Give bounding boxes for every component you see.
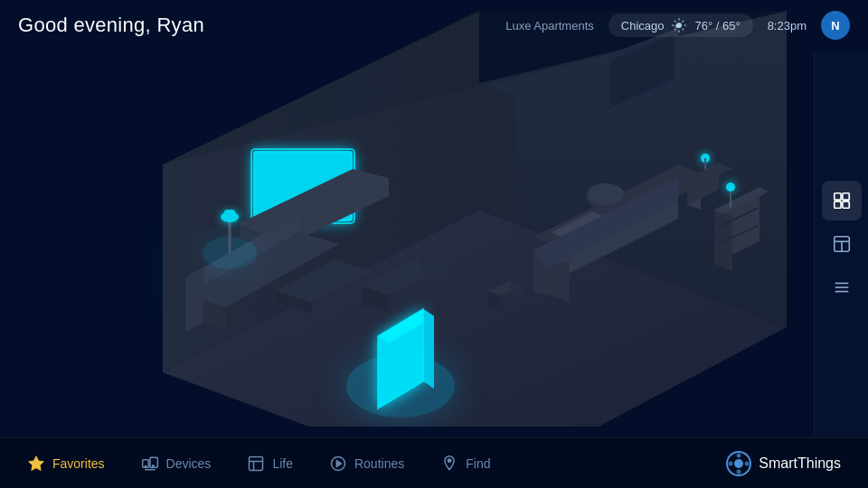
favorites-icon [27, 455, 45, 473]
nav-item-favorites[interactable]: Favorites [27, 455, 105, 473]
svg-point-82 [737, 469, 741, 474]
header-right: Luxe Apartments Chicago 76° / 65° 8:23pm… [505, 11, 850, 40]
temperature: 76° / 65° [694, 19, 740, 33]
svg-rect-57 [842, 193, 848, 200]
location-name: Luxe Apartments [505, 19, 594, 33]
nav-item-find[interactable]: Find [440, 455, 490, 473]
room-container [0, 0, 868, 437]
life-label: Life [272, 456, 293, 471]
nav-items: Favorites Devices Life [27, 455, 490, 473]
svg-point-80 [737, 453, 741, 457]
greeting: Good evening, Ryan [18, 14, 204, 37]
devices-label: Devices [166, 456, 212, 471]
svg-rect-58 [834, 202, 840, 208]
user-avatar[interactable]: N [821, 11, 850, 40]
svg-point-83 [729, 461, 733, 465]
brand-name: SmartThings [759, 455, 841, 472]
svg-point-81 [745, 461, 750, 465]
svg-marker-16 [185, 268, 203, 332]
weather-widget: Chicago 76° / 65° [609, 14, 753, 37]
svg-point-71 [152, 465, 154, 466]
nav-item-routines[interactable]: Routines [329, 455, 404, 473]
favorites-label: Favorites [52, 456, 105, 471]
view-layout-button[interactable] [822, 224, 862, 264]
svg-point-77 [448, 459, 451, 462]
svg-point-70 [145, 465, 146, 467]
routines-label: Routines [354, 456, 404, 471]
routines-icon [329, 455, 347, 473]
devices-icon [141, 455, 159, 473]
svg-point-79 [734, 459, 743, 468]
menu-button[interactable] [822, 267, 862, 307]
svg-marker-6 [479, 83, 515, 219]
city-name: Chicago [621, 19, 665, 33]
find-label: Find [466, 456, 490, 471]
svg-marker-66 [29, 455, 44, 470]
bottom-nav: Favorites Devices Life [0, 437, 868, 488]
svg-marker-46 [423, 309, 434, 389]
header: Good evening, Ryan Luxe Apartments Chica… [0, 0, 868, 51]
view-3d-button[interactable] [822, 181, 862, 221]
right-panel [814, 51, 868, 437]
svg-rect-56 [834, 193, 840, 200]
weather-icon [671, 17, 687, 33]
svg-rect-59 [842, 202, 848, 208]
nav-item-life[interactable]: Life [247, 455, 293, 473]
smartthings-logo-icon [726, 451, 751, 476]
brand-logo: SmartThings [726, 451, 841, 476]
room-svg [45, 11, 823, 427]
svg-rect-22 [224, 210, 235, 221]
svg-point-42 [588, 183, 624, 205]
life-icon [247, 455, 265, 473]
svg-rect-72 [250, 456, 263, 470]
find-icon [440, 455, 458, 473]
svg-point-39 [726, 183, 735, 192]
nav-item-devices[interactable]: Devices [141, 455, 212, 473]
time-display: 8:23pm [768, 19, 807, 33]
svg-marker-35 [714, 210, 732, 271]
svg-marker-76 [336, 460, 341, 466]
